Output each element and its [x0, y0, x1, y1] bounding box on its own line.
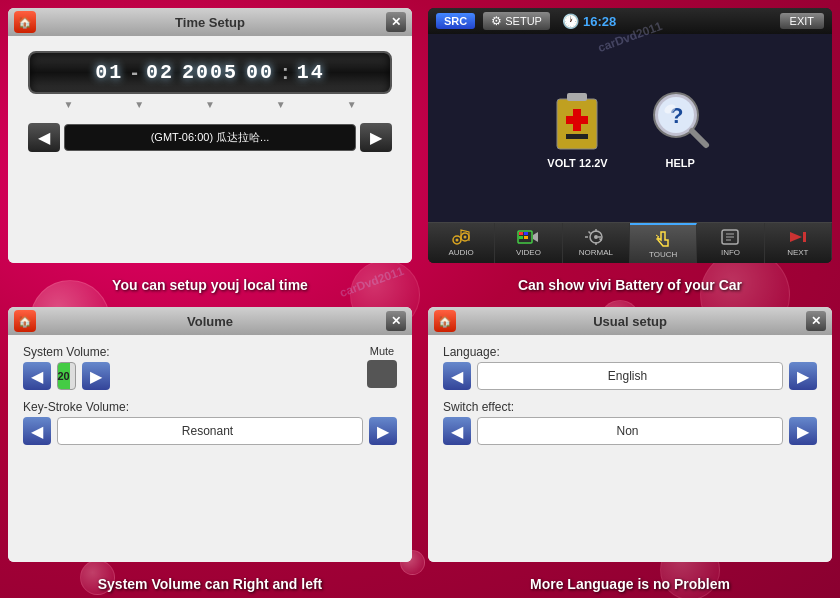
time-setup-title: Time Setup — [175, 15, 245, 30]
svg-rect-16 — [524, 232, 528, 235]
language-label: Language: — [443, 345, 817, 359]
next-tab-label: NEXT — [787, 248, 808, 257]
mute-label: Mute — [370, 345, 394, 357]
language-track: English — [477, 362, 783, 390]
keystroke-decrease-button[interactable]: ◀ — [23, 417, 51, 445]
keystroke-value: Resonant — [182, 424, 233, 438]
touch-icon — [649, 229, 677, 249]
arrow-minute[interactable]: ▼ — [347, 99, 357, 110]
video-icon — [514, 227, 542, 247]
volume-increase-button[interactable]: ▶ — [82, 362, 110, 390]
home-button[interactable]: 🏠 — [14, 11, 36, 33]
svg-rect-1 — [567, 93, 587, 101]
month-display: 01 — [95, 61, 123, 84]
tab-video[interactable]: VIDEO — [495, 223, 562, 263]
tab-info[interactable]: INFO — [697, 223, 764, 263]
setup-label: SETUP — [505, 15, 542, 27]
info-icon — [716, 227, 744, 247]
home-button-usual[interactable]: 🏠 — [434, 310, 456, 332]
touch-tab-label: TOUCH — [649, 250, 677, 259]
arrow-hour[interactable]: ▼ — [276, 99, 286, 110]
close-button-volume[interactable]: ✕ — [386, 311, 406, 331]
quadrant-time-setup: 🏠 Time Setup ✕ 01 - 02 2005 00 : 14 ▼ — [0, 0, 420, 299]
system-volume-value: 20 — [57, 370, 69, 382]
svg-point-21 — [594, 235, 598, 239]
time-setup-panel: 🏠 Time Setup ✕ 01 - 02 2005 00 : 14 ▼ — [8, 8, 412, 263]
dash-sep-1: - — [131, 61, 138, 84]
tab-bar: AUDIO VIDEO — [428, 222, 832, 263]
svg-point-13 — [464, 236, 467, 239]
timezone-next-button[interactable]: ▶ — [360, 123, 392, 152]
svg-marker-28 — [790, 232, 802, 242]
help-label: HELP — [665, 157, 694, 169]
switch-label: Switch effect: — [443, 400, 817, 414]
language-value: English — [608, 369, 647, 383]
audio-icon — [447, 227, 475, 247]
tab-touch[interactable]: TOUCH — [630, 223, 697, 263]
svg-rect-17 — [519, 236, 523, 239]
exit-button[interactable]: EXIT — [780, 13, 824, 29]
video-tab-label: VIDEO — [516, 248, 541, 257]
volume-caption: System Volume can Right and left — [0, 570, 420, 598]
switch-section: Switch effect: ◀ Non ▶ — [443, 400, 817, 445]
usual-content: Language: ◀ English ▶ Switch effect: ◀ — [428, 335, 832, 562]
system-volume-section: System Volume: ◀ 20 ▶ Mute — [23, 345, 397, 390]
normal-icon — [582, 227, 610, 247]
volume-titlebar: 🏠 Volume ✕ — [8, 307, 412, 335]
main-grid: 🏠 Time Setup ✕ 01 - 02 2005 00 : 14 ▼ — [0, 0, 840, 598]
keystroke-label: Key-Stroke Volume: — [23, 400, 397, 414]
info-tab-label: INFO — [721, 248, 740, 257]
time-setup-titlebar: 🏠 Time Setup ✕ — [8, 8, 412, 36]
svg-rect-29 — [803, 232, 806, 242]
car-display-caption: Can show vivi Battery of your Car — [420, 271, 840, 299]
hour-display: 00 — [246, 61, 274, 84]
svg-line-8 — [692, 131, 706, 145]
timezone-prev-button[interactable]: ◀ — [28, 123, 60, 152]
timezone-row: ◀ (GMT-06:00) 瓜达拉哈... ▶ — [28, 123, 392, 152]
close-button-time[interactable]: ✕ — [386, 12, 406, 32]
tab-next[interactable]: NEXT — [765, 223, 832, 263]
volt-icon-item: VOLT 12.2V — [547, 87, 607, 169]
src-button[interactable]: SRC — [436, 13, 475, 29]
switch-slider-row: ◀ Non ▶ — [443, 417, 817, 445]
keystroke-increase-button[interactable]: ▶ — [369, 417, 397, 445]
next-icon — [784, 227, 812, 247]
home-button-volume[interactable]: 🏠 — [14, 310, 36, 332]
year-display: 2005 — [182, 61, 238, 84]
language-prev-button[interactable]: ◀ — [443, 362, 471, 390]
language-next-button[interactable]: ▶ — [789, 362, 817, 390]
svg-line-22 — [656, 235, 659, 237]
system-volume-slider-row: ◀ 20 ▶ — [23, 362, 110, 390]
language-section: Language: ◀ English ▶ — [443, 345, 817, 390]
keystroke-slider-row: ◀ Resonant ▶ — [23, 417, 397, 445]
arrow-day[interactable]: ▼ — [134, 99, 144, 110]
switch-next-button[interactable]: ▶ — [789, 417, 817, 445]
keystroke-track: Resonant — [57, 417, 363, 445]
arrow-month[interactable]: ▼ — [63, 99, 73, 110]
volume-decrease-button[interactable]: ◀ — [23, 362, 51, 390]
tab-normal[interactable]: NORMAL — [563, 223, 630, 263]
switch-prev-button[interactable]: ◀ — [443, 417, 471, 445]
volt-label: VOLT 12.2V — [547, 157, 607, 169]
time-display: 01 - 02 2005 00 : 14 — [28, 51, 392, 94]
arrow-year[interactable]: ▼ — [205, 99, 215, 110]
normal-tab-label: NORMAL — [579, 248, 613, 257]
mute-button[interactable] — [367, 360, 397, 388]
day-display: 02 — [146, 61, 174, 84]
time-setup-caption: You can setup youj local time — [0, 271, 420, 299]
svg-point-11 — [456, 239, 459, 242]
quadrant-car-display: SRC ⚙ SETUP 🕐 16:28 EXIT — [420, 0, 840, 299]
car-display-panel: SRC ⚙ SETUP 🕐 16:28 EXIT — [428, 8, 832, 263]
close-button-usual[interactable]: ✕ — [806, 311, 826, 331]
help-icon-item: ? HELP — [648, 87, 713, 169]
keystroke-volume-section: Key-Stroke Volume: ◀ Resonant ▶ — [23, 400, 397, 445]
svg-marker-19 — [533, 232, 538, 242]
setup-button[interactable]: ⚙ SETUP — [483, 12, 550, 30]
usual-title: Usual setup — [593, 314, 667, 329]
svg-rect-4 — [566, 134, 588, 139]
help-svg: ? — [648, 87, 713, 152]
mute-box: Mute — [367, 345, 397, 388]
audio-tab-label: AUDIO — [448, 248, 473, 257]
quadrant-usual-setup: 🏠 Usual setup ✕ Language: ◀ English ▶ — [420, 299, 840, 598]
tab-audio[interactable]: AUDIO — [428, 223, 495, 263]
